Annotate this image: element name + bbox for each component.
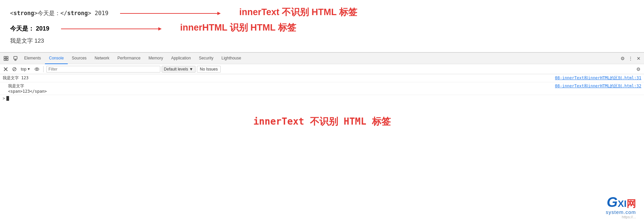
tab-console[interactable]: Console (45, 53, 68, 64)
console-expanded-line2: <span>123</span> (3, 89, 47, 94)
no-issues-button[interactable]: No Issues (197, 66, 221, 73)
clear-console-button[interactable] (2, 65, 9, 73)
devtools-panel: Elements Console Sources Network Perform… (0, 52, 644, 141)
console-annotation: innerText 不识别 HTML 标签 (0, 102, 644, 141)
watermark-url: https://... (606, 215, 636, 219)
arrow2-line (61, 25, 175, 33)
tab-security[interactable]: Security (195, 53, 217, 64)
svg-rect-9 (15, 59, 16, 60)
console-cursor (6, 96, 9, 101)
top-dropdown-icon: ▼ (27, 67, 31, 71)
svg-rect-7 (6, 59, 8, 60)
arrow2-svg (61, 25, 175, 33)
svg-marker-1 (217, 12, 221, 15)
main-content: <strong>今天是：</strong> 2019 innerText 不识别… (0, 0, 644, 52)
svg-rect-8 (14, 56, 17, 59)
console-expanded-line1: 我是文字 (3, 83, 47, 89)
inspect-element-icon[interactable] (2, 54, 10, 62)
devtools-settings-icon[interactable]: ⚙ (619, 54, 627, 62)
console-row-1-file[interactable]: 08-innerText和innerHTML的区别.html:31 (555, 75, 641, 81)
default-levels-label: Default levels ▼ (164, 67, 193, 72)
line2-rest: 2019 (36, 25, 49, 32)
console-toolbar: top ▼ Default levels ▼ No Issues ⚙ (0, 64, 644, 74)
console-row-1: 我是文字 123 08-innerText和innerHTML的区别.html:… (0, 74, 644, 82)
tab-elements[interactable]: Elements (20, 53, 45, 64)
console-annotation-text: innerText 不识别 HTML 标签 (253, 116, 391, 127)
tab-lighthouse[interactable]: Lighthouse (217, 53, 245, 64)
line1: <strong>今天是：</strong> 2019 innerText 不识别… (10, 6, 634, 18)
tab-network[interactable]: Network (91, 53, 113, 64)
svg-marker-3 (158, 27, 162, 31)
devtools-close-icon[interactable]: ✕ (635, 54, 643, 62)
console-input-row[interactable]: > (0, 95, 644, 102)
devtools-more-icon[interactable]: ⋮ (627, 54, 635, 62)
device-toolbar-icon[interactable] (11, 54, 19, 62)
default-levels-button[interactable]: Default levels ▼ (162, 66, 196, 73)
live-expressions-icon[interactable] (33, 65, 41, 73)
watermark: GXI网 system.com https://... (606, 195, 636, 219)
svg-rect-4 (4, 56, 6, 58)
top-label: top (21, 67, 26, 72)
console-row-2-expanded: 我是文字 <span>123</span> (3, 83, 47, 94)
console-prompt-icon: > (3, 96, 5, 101)
tab-performance[interactable]: Performance (113, 53, 145, 64)
console-row-2: 我是文字 <span>123</span> 08-innerText和inner… (0, 82, 644, 95)
watermark-net: 网 (627, 198, 636, 209)
line2-bold: 今天是： (10, 25, 34, 32)
tab-memory[interactable]: Memory (145, 53, 167, 64)
svg-rect-5 (6, 56, 8, 58)
line2: 今天是： 2019 innerHTML 识别 HTML 标签 (10, 21, 634, 34)
console-settings-icon[interactable]: ⚙ (635, 65, 642, 73)
devtools-tab-bar: Elements Console Sources Network Perform… (0, 53, 644, 64)
console-output: 我是文字 123 08-innerText和innerHTML的区别.html:… (0, 74, 644, 141)
svg-line-13 (13, 68, 16, 71)
annotation2-text: innerHTML 识别 HTML 标签 (180, 23, 296, 33)
tab-sources[interactable]: Sources (68, 53, 91, 64)
console-filter-input[interactable] (46, 66, 160, 73)
frame-context-selector[interactable]: top ▼ (19, 66, 32, 72)
svg-point-15 (36, 69, 38, 70)
annotation1-text: innerText 不识别 HTML 标签 (239, 7, 357, 17)
block-console-button[interactable] (11, 65, 18, 73)
arrow1-svg (120, 10, 234, 17)
svg-point-14 (35, 68, 39, 71)
line3: 我是文字 123 (10, 37, 634, 45)
arrow1-line (120, 10, 234, 17)
no-issues-label: No Issues (200, 67, 218, 72)
toolbar-separator (43, 66, 44, 72)
line1-code: <strong>今天是：</strong> 2019 (10, 10, 108, 16)
console-row-2-container: 我是文字 <span>123</span> 08-innerText和inner… (0, 82, 644, 95)
devtools-right-buttons: ⚙ ⋮ ✕ (619, 54, 643, 62)
watermark-logo: GXI网 (606, 195, 636, 209)
tab-application[interactable]: Application (167, 53, 195, 64)
console-row-2-file[interactable]: 08-innerText和innerHTML的区别.html:32 (555, 83, 641, 89)
watermark-g: G (607, 194, 618, 210)
watermark-system: system.com (606, 209, 636, 215)
svg-rect-6 (4, 59, 6, 60)
watermark-xi: XI (618, 198, 627, 209)
console-row-1-text: 我是文字 123 (3, 75, 29, 81)
